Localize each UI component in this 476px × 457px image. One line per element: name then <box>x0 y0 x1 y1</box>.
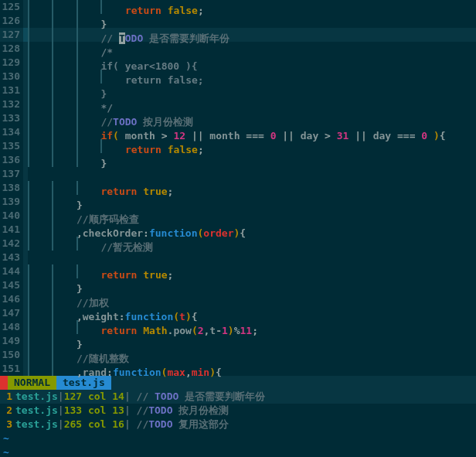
status-indicator <box>0 376 8 390</box>
line-number: 127 <box>0 28 23 42</box>
quickfix-number: 2 <box>0 404 15 418</box>
code-text[interactable]: return true; <box>28 264 173 278</box>
tilde-icon: ~ <box>0 445 9 457</box>
code-line[interactable]: 126 } <box>0 14 476 28</box>
code-line[interactable]: 141 ,checkOrder:function(order){ <box>0 223 476 237</box>
quickfix-number: 1 <box>0 390 15 404</box>
tilde-icon: ~ <box>0 431 9 445</box>
code-line[interactable]: 133 //TODO 按月份检测 <box>0 111 476 125</box>
line-number: 140 <box>0 209 23 223</box>
code-line[interactable]: 138 return true; <box>0 181 476 195</box>
sign-column <box>23 167 28 181</box>
line-number: 144 <box>0 264 23 278</box>
code-text[interactable]: //TODO 按月份检测 <box>28 111 193 125</box>
code-line[interactable]: 131 } <box>0 84 476 97</box>
line-number: 136 <box>0 153 23 167</box>
quickfix-item[interactable]: 1 test.js|127 col 14| // TODO 是否需要判断年份 <box>0 390 476 404</box>
code-line[interactable]: 144 return true; <box>0 264 476 278</box>
line-number: 147 <box>0 306 23 320</box>
code-line[interactable]: 150 //随机整数 <box>0 348 476 362</box>
line-number: 137 <box>0 167 23 181</box>
code-text[interactable]: } <box>28 84 107 97</box>
line-number: 151 <box>0 362 23 376</box>
code-text[interactable]: //加权 <box>28 292 109 306</box>
code-text[interactable]: return false; <box>28 70 204 84</box>
line-number: 131 <box>0 84 23 97</box>
code-line[interactable]: 129 if( year<1800 ){ <box>0 56 476 70</box>
code-line[interactable]: 128 /* <box>0 42 476 56</box>
code-text[interactable]: ,rand:function(max,min){ <box>28 362 222 376</box>
code-text[interactable]: //随机整数 <box>28 348 129 362</box>
code-line[interactable]: 134 if( month > 12 || month === 0 || day… <box>0 125 476 139</box>
code-text[interactable]: */ <box>28 97 113 111</box>
line-number: 146 <box>0 292 23 306</box>
line-number: 129 <box>0 56 23 70</box>
code-line[interactable]: 148 return Math.pow(2,t-1)%11; <box>0 320 476 334</box>
code-line[interactable]: 146 //加权 <box>0 292 476 306</box>
code-line[interactable]: 125 return false; <box>0 0 476 14</box>
code-line[interactable]: 151 ,rand:function(max,min){ <box>0 362 476 376</box>
code-line[interactable]: 145 } <box>0 278 476 292</box>
code-text[interactable]: } <box>28 334 83 348</box>
line-number: 141 <box>0 223 23 237</box>
code-line[interactable]: 127 // TODO 是否需要判断年份 <box>0 28 476 42</box>
code-text[interactable]: } <box>28 195 83 209</box>
quickfix-text: test.js|127 col 14| // TODO 是否需要判断年份 <box>15 390 265 404</box>
cursor: T <box>119 32 125 44</box>
quickfix-pane[interactable]: 1 test.js|127 col 14| // TODO 是否需要判断年份2 … <box>0 390 476 431</box>
code-text[interactable]: ,weight:function(t){ <box>28 306 198 320</box>
code-line[interactable]: 147 ,weight:function(t){ <box>0 306 476 320</box>
code-line[interactable]: 130 return false; <box>0 70 476 84</box>
line-number: 138 <box>0 181 23 195</box>
code-line[interactable]: 132 */ <box>0 97 476 111</box>
line-number: 126 <box>0 14 23 28</box>
code-text[interactable]: // TODO 是否需要判断年份 <box>28 28 230 42</box>
code-text[interactable]: ,checkOrder:function(order){ <box>28 223 246 237</box>
code-text[interactable]: if( year<1800 ){ <box>28 56 198 70</box>
code-text[interactable]: } <box>28 153 107 167</box>
code-line[interactable]: 136 } <box>0 153 476 167</box>
line-number: 143 <box>0 251 23 264</box>
line-number: 145 <box>0 278 23 292</box>
line-number: 148 <box>0 320 23 334</box>
code-text[interactable]: } <box>28 14 107 28</box>
code-text[interactable]: return false; <box>28 0 204 14</box>
code-text[interactable]: /* <box>28 42 113 56</box>
line-number: 125 <box>0 0 23 14</box>
line-number: 130 <box>0 70 23 84</box>
code-text[interactable]: //顺序码检查 <box>28 209 139 223</box>
line-number: 142 <box>0 237 23 251</box>
empty-lines: ~~~~ <box>0 431 476 457</box>
sign-column <box>23 251 28 264</box>
line-number: 132 <box>0 97 23 111</box>
quickfix-item[interactable]: 2 test.js|133 col 13| //TODO 按月份检测 <box>0 404 476 418</box>
quickfix-number: 3 <box>0 418 15 431</box>
line-number: 135 <box>0 139 23 153</box>
quickfix-text: test.js|265 col 16| //TODO 复用这部分 <box>15 418 229 431</box>
code-text[interactable]: return true; <box>28 181 173 195</box>
line-number: 133 <box>0 111 23 125</box>
code-text[interactable]: return Math.pow(2,t-1)%11; <box>28 320 258 334</box>
line-number: 139 <box>0 195 23 209</box>
code-line[interactable]: 140 //顺序码检查 <box>0 209 476 223</box>
code-text[interactable]: //暂无检测 <box>28 237 153 251</box>
quickfix-item[interactable]: 3 test.js|265 col 16| //TODO 复用这部分 <box>0 418 476 431</box>
code-text[interactable]: } <box>28 278 83 292</box>
line-number: 128 <box>0 42 23 56</box>
quickfix-text: test.js|133 col 13| //TODO 按月份检测 <box>15 404 229 418</box>
code-text[interactable]: return false; <box>28 139 204 153</box>
code-line[interactable]: 139 } <box>0 195 476 209</box>
line-number: 134 <box>0 125 23 139</box>
code-text[interactable]: if( month > 12 || month === 0 || day > 3… <box>28 125 446 139</box>
editor-root: 125 return false;126 }127 // TODO 是否需要判断… <box>0 0 476 457</box>
line-number: 149 <box>0 334 23 348</box>
line-number: 150 <box>0 348 23 362</box>
code-pane[interactable]: 125 return false;126 }127 // TODO 是否需要判断… <box>0 0 476 376</box>
